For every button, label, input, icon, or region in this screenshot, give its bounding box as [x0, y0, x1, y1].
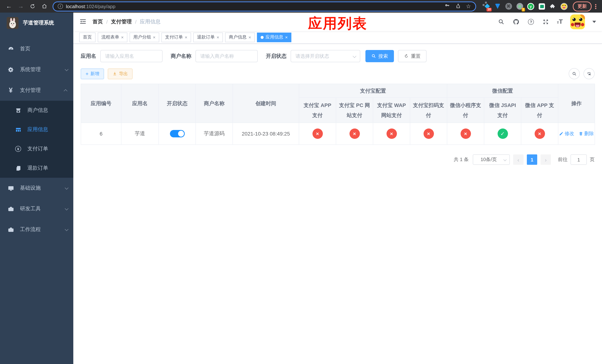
sidebar-item-workflow[interactable]: 工作流程 — [0, 219, 73, 240]
col-alipay-app: 支付宝 APP 支付 — [299, 97, 336, 123]
app-name-label: 应用名 — [81, 53, 96, 59]
channel-status-icon[interactable]: × — [312, 128, 323, 139]
browser-menu-icon[interactable]: ••• — [593, 3, 598, 9]
store-icon — [15, 107, 22, 114]
breadcrumb: 首页 / 支付管理 / 应用信息 — [93, 19, 161, 25]
sidebar-item-dev-tools[interactable]: 研发工具 — [0, 198, 73, 219]
browser-home-icon[interactable] — [40, 1, 49, 11]
tags-view: 首页 流程表单× 用户分组× 支付订单× 退款订单× 商户信息× 应用信息× — [73, 31, 602, 44]
url-text[interactable]: localhost:1024/pay/app — [66, 3, 441, 9]
tab-process-form[interactable]: 流程表单× — [98, 32, 127, 42]
close-icon[interactable]: × — [121, 35, 124, 40]
password-key-icon[interactable] — [444, 3, 450, 10]
font-size-icon[interactable]: тT — [557, 18, 563, 26]
tab-user-group[interactable]: 用户分组× — [129, 32, 159, 42]
cell-created: 2021-10-23 08:49:25 — [233, 123, 299, 145]
channel-status-icon[interactable]: ✓ — [497, 128, 508, 139]
bookmark-star-icon[interactable]: ☆ — [466, 3, 471, 10]
browser-update-button[interactable]: 更新 — [573, 1, 592, 11]
extension-badge: 10 — [486, 8, 492, 11]
logo-rabbit-avatar — [7, 17, 19, 29]
channel-status-icon[interactable]: × — [460, 128, 471, 139]
status-select[interactable]: 请选择开启状态 — [291, 50, 360, 62]
extension-chat-icon[interactable] — [538, 3, 545, 10]
tab-app-info[interactable]: 应用信息× — [257, 32, 291, 42]
tab-pay-orders[interactable]: 支付订单× — [161, 32, 191, 42]
app-navbar: 首页 / 支付管理 / 应用信息 应用列表 ? — [73, 13, 602, 31]
header-search-icon[interactable] — [498, 18, 505, 26]
page-size-select[interactable]: 10条/页 — [473, 154, 510, 165]
table-row: 6 芋道 芋道源码 2021-10-23 08:49:25 × × × × × … — [81, 123, 595, 145]
profile-emoji-icon[interactable] — [560, 3, 568, 10]
user-menu-caret-icon[interactable] — [592, 21, 596, 23]
page-content: 应用名 商户名称 开启状态 请选择开启状态 搜索 重置 — [73, 44, 602, 364]
sidebar-collapse-icon[interactable] — [79, 18, 87, 26]
refresh-table-button[interactable] — [583, 68, 595, 79]
delete-button[interactable]: 删除 — [579, 130, 594, 137]
sidebar-item-merchant-info[interactable]: 商户信息 — [0, 101, 73, 120]
edit-button[interactable]: 修改 — [559, 130, 574, 137]
next-page-button[interactable]: › — [540, 154, 551, 165]
sidebar-item-refund-orders[interactable]: 退款订单 — [0, 159, 73, 178]
close-icon[interactable]: × — [216, 35, 219, 40]
merchant-name-label: 商户名称 — [171, 53, 191, 59]
channel-status-icon[interactable]: × — [349, 128, 360, 139]
add-button[interactable]: + 新增 — [81, 68, 104, 79]
sidebar-item-infrastructure[interactable]: 基础设施 — [0, 178, 73, 198]
extension-command-icon[interactable]: ⌘ — [505, 3, 512, 10]
col-alipay-pc: 支付宝 PC 网站支付 — [336, 97, 373, 123]
extensions-puzzle-icon[interactable] — [549, 3, 557, 10]
trash-icon — [579, 131, 583, 136]
close-icon[interactable]: × — [285, 35, 288, 40]
tab-merchant-info[interactable]: 商户信息× — [225, 32, 255, 42]
merchant-name-input[interactable] — [195, 50, 258, 62]
search-button[interactable]: 搜索 — [366, 50, 394, 62]
close-icon[interactable]: × — [248, 35, 251, 40]
show-search-toggle-button[interactable] — [569, 68, 580, 79]
tab-home[interactable]: 首页 — [79, 32, 96, 42]
app-name-input[interactable] — [100, 50, 162, 62]
browser-reload-icon[interactable] — [28, 1, 37, 11]
breadcrumb-section[interactable]: 支付管理 — [111, 19, 132, 25]
close-icon[interactable]: × — [153, 35, 155, 40]
browser-toolbar: ← → i localhost:1024/pay/app ☆ 10 — [0, 0, 602, 13]
browser-forward-icon[interactable]: → — [16, 1, 26, 11]
prev-page-button[interactable]: ‹ — [513, 154, 524, 165]
address-bar[interactable]: i localhost:1024/pay/app ☆ — [53, 1, 476, 11]
extension-recorder-icon[interactable]: 1 — [516, 3, 523, 10]
extension-y-icon[interactable]: y — [527, 3, 534, 10]
sidebar-item-home[interactable]: 首页 — [0, 39, 73, 59]
extension-gem-icon[interactable] — [494, 3, 501, 10]
sidebar-item-system[interactable]: 系统管理 — [0, 59, 73, 80]
share-icon[interactable] — [455, 3, 461, 10]
reset-button[interactable]: 重置 — [398, 50, 427, 62]
goto-page-input[interactable] — [570, 154, 587, 165]
tab-refund-orders[interactable]: 退款订单× — [193, 32, 223, 42]
col-alipay-wap: 支付宝 WAP 网站支付 — [373, 97, 410, 123]
channel-status-icon[interactable]: × — [534, 128, 545, 139]
help-icon[interactable]: ? — [527, 18, 535, 26]
sidebar-item-pay-orders[interactable]: ¥ 支付订单 — [0, 139, 73, 159]
refresh-icon — [404, 54, 409, 58]
cell-merchant: 芋道源码 — [196, 123, 233, 145]
breadcrumb-home[interactable]: 首页 — [93, 19, 103, 25]
pagination: 共 1 条 10条/页 ‹ 1 › 前往 页 — [81, 154, 595, 165]
channel-status-icon[interactable]: × — [423, 128, 434, 139]
sidebar-item-label: 基础设施 — [20, 185, 65, 192]
browser-back-icon[interactable]: ← — [4, 1, 14, 11]
extension-diamond-icon[interactable]: 10 — [483, 3, 490, 10]
github-icon[interactable] — [512, 18, 520, 26]
fullscreen-icon[interactable] — [542, 18, 549, 26]
export-button[interactable]: 导出 — [108, 68, 133, 79]
status-toggle[interactable] — [170, 130, 184, 137]
sidebar-item-payment[interactable]: ¥ 支付管理 — [0, 80, 73, 101]
page-number-button[interactable]: 1 — [527, 154, 537, 165]
user-avatar[interactable] — [570, 14, 585, 29]
sidebar-item-app-info[interactable]: 应用信息 — [0, 120, 73, 139]
chevron-down-icon — [65, 206, 68, 210]
channel-status-icon[interactable]: × — [386, 128, 397, 139]
chevron-right-icon: › — [545, 156, 547, 163]
app-logo[interactable]: 芋道管理系统 — [0, 13, 73, 33]
close-icon[interactable]: × — [185, 35, 187, 40]
site-info-icon[interactable]: i — [58, 4, 63, 9]
